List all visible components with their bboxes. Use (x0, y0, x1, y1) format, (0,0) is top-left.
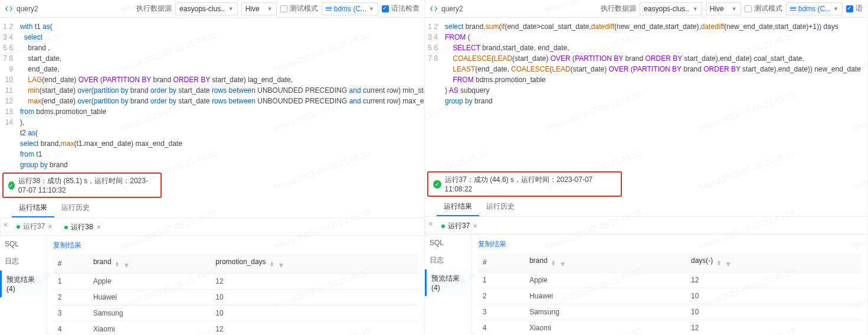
query-title: query2 (17, 5, 38, 13)
cell: Samsung (89, 305, 211, 321)
close-all-icon[interactable]: × (425, 217, 435, 234)
bdms-select[interactable]: bdms (C...▼ (786, 2, 843, 15)
tab-run-result[interactable]: 运行结果 (437, 198, 479, 216)
col-header: # (478, 253, 525, 272)
sidenav-preview[interactable]: 预览结果 (4) (0, 271, 47, 297)
filter-icon[interactable]: ▼ (278, 261, 285, 269)
datasource-select[interactable]: easyops-clus..▼ (175, 2, 238, 15)
sql-editor[interactable]: 1 2 3 4 5 6 7 8 select brand,sum(if(end_… (425, 18, 867, 154)
cell: 1 (53, 274, 89, 290)
cell: Huawei (89, 290, 211, 305)
cell: Huawei (525, 288, 686, 304)
table-row[interactable]: 3Samsung10 (53, 305, 418, 321)
run-status: ✓ 运行37：成功 (44.6) s，运行时间：2023-07-07 11:08… (427, 171, 622, 197)
result-tabs: 运行结果 运行历史 (425, 198, 867, 217)
tab-run-history[interactable]: 运行历史 (479, 198, 522, 216)
cell: 4 (478, 320, 525, 336)
gutter: 1 2 3 4 5 6 7 8 (425, 18, 441, 154)
result-sidenav: SQL 日志 预览结果 (4) (425, 235, 472, 335)
syntax-check-checkbox[interactable]: 语法检查 (382, 4, 420, 14)
cell: 3 (53, 305, 89, 321)
datasource-label: 执行数据源 (601, 4, 636, 14)
close-icon[interactable]: ✕ (473, 223, 477, 229)
col-header: days(-)▲▼▼ (686, 253, 862, 272)
success-icon: ✓ (8, 181, 15, 190)
success-icon: ✓ (433, 180, 441, 188)
run-tab-38[interactable]: 运行38✕ (58, 218, 106, 235)
code-area[interactable]: select brand,sum(if(end_date>coal_start_… (441, 18, 867, 154)
cell: 1 (478, 272, 525, 288)
query-icon (430, 5, 438, 13)
filter-icon[interactable]: ▼ (725, 260, 732, 268)
datasource-label: 执行数据源 (136, 4, 172, 14)
cell: 10 (686, 304, 862, 320)
toolbar: query2 执行数据源 easyops-clus..▼ Hive▼ 测试模式 … (0, 0, 424, 18)
filter-icon[interactable]: ▼ (559, 260, 566, 268)
table-row[interactable]: 2Huawei10 (53, 290, 418, 305)
table-row[interactable]: 4Xiaomi12 (53, 321, 418, 336)
result-sidenav: SQL 日志 预览结果 (4) (0, 236, 47, 335)
run-status: ✓ 运行38：成功 (85.1) s，运行时间：2023-07-07 11:10… (2, 173, 162, 198)
cell: 10 (686, 288, 862, 304)
run-instance-tabs: × 运行37✕ (425, 217, 867, 235)
sidenav-preview[interactable]: 预览结果 (4) (425, 269, 471, 296)
query-title: query2 (441, 5, 463, 13)
sidenav-sql[interactable]: SQL (0, 236, 47, 252)
results-pane: 复制结果 #brand▲▼▼days(-)▲▼▼ 1Apple122Huawei… (472, 235, 867, 335)
sql-editor[interactable]: 1 2 3 4 5 6 7 8 9 10 11 12 13 14 with t1… (0, 18, 424, 171)
table-row[interactable]: 3Samsung10 (478, 304, 862, 320)
right-panel: query2 执行数据源 easyops-clus..▼ Hive▼ 测试模式 … (425, 0, 868, 335)
status-text: 运行38：成功 (85.1) s，运行时间：2023-07-07 11:10:3… (18, 176, 156, 194)
gutter: 1 2 3 4 5 6 7 8 9 10 11 12 13 14 (0, 18, 17, 171)
tab-run-result[interactable]: 运行结果 (12, 199, 54, 217)
code-area[interactable]: with t1 as( select brand , start_date, e… (17, 18, 424, 171)
test-mode-checkbox[interactable]: 测试模式 (280, 4, 318, 14)
cell: 10 (211, 290, 418, 305)
test-mode-checkbox[interactable]: 测试模式 (745, 4, 782, 14)
run-tab-37[interactable]: 运行37✕ (435, 217, 483, 234)
tab-run-history[interactable]: 运行历史 (54, 199, 97, 217)
cell: 3 (478, 304, 525, 320)
engine-select[interactable]: Hive▼ (706, 2, 741, 15)
cell: 12 (211, 274, 418, 290)
cell: Samsung (525, 304, 686, 320)
copy-result-link[interactable]: 复制结果 (53, 240, 418, 251)
status-text: 运行37：成功 (44.6) s，运行时间：2023-07-07 11:08:2… (445, 175, 616, 193)
sort-icon[interactable]: ▲▼ (115, 261, 120, 269)
sidenav-sql[interactable]: SQL (425, 235, 471, 251)
table-row[interactable]: 2Huawei10 (478, 288, 862, 304)
sort-icon[interactable]: ▲▼ (551, 260, 556, 268)
cell: Xiaomi (89, 321, 211, 336)
result-table: #brand▲▼▼days(-)▲▼▼ 1Apple122Huawei103Sa… (478, 253, 862, 335)
result-table: #brand▲▼▼promotion_days▲▼▼ 1Apple122Huaw… (53, 254, 418, 335)
col-header: promotion_days▲▼▼ (211, 254, 418, 274)
table-row[interactable]: 1Apple12 (53, 274, 418, 290)
sort-icon[interactable]: ▲▼ (270, 261, 274, 269)
cell: Apple (525, 272, 686, 288)
left-panel: query2 执行数据源 easyops-clus..▼ Hive▼ 测试模式 … (0, 0, 425, 335)
cell: 2 (478, 288, 525, 304)
cell: 10 (211, 305, 418, 321)
results-pane: 复制结果 #brand▲▼▼promotion_days▲▼▼ 1Apple12… (47, 236, 424, 335)
table-row[interactable]: 1Apple12 (478, 272, 862, 288)
filter-icon[interactable]: ▼ (123, 261, 130, 269)
col-header: # (53, 254, 89, 274)
bdms-select[interactable]: bdms (C...▼ (322, 2, 378, 15)
sort-icon[interactable]: ▲▼ (716, 260, 721, 268)
run-tab-37[interactable]: 运行37✕ (11, 219, 58, 235)
close-icon[interactable]: ✕ (96, 224, 101, 230)
table-row[interactable]: 4Xiaomi12 (478, 320, 862, 336)
copy-result-link[interactable]: 复制结果 (478, 239, 862, 249)
cell: Xiaomi (525, 320, 686, 336)
lower-split: SQL 日志 预览结果 (4) 复制结果 #brand▲▼▼days(-)▲▼▼… (425, 235, 867, 335)
close-all-icon[interactable]: × (0, 218, 11, 235)
col-header: brand▲▼▼ (525, 253, 686, 272)
close-icon[interactable]: ✕ (48, 223, 53, 230)
sidenav-log[interactable]: 日志 (0, 252, 47, 271)
cell: Apple (89, 274, 211, 290)
cell: 12 (211, 321, 418, 336)
sidenav-log[interactable]: 日志 (425, 251, 471, 269)
syntax-check-checkbox[interactable]: 语 (846, 4, 863, 14)
engine-select[interactable]: Hive▼ (241, 2, 277, 15)
datasource-select[interactable]: easyops-clus..▼ (640, 2, 702, 15)
